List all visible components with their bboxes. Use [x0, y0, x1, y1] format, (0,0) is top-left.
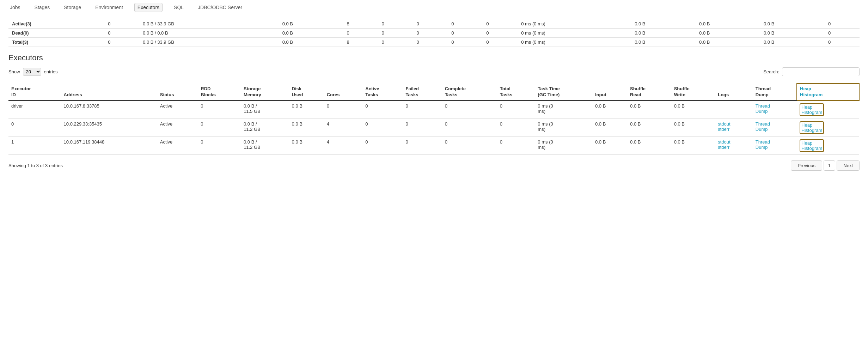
column-header: Logs: [715, 84, 753, 101]
table-cell: 0.0 B /11.2 GB: [241, 136, 289, 154]
table-cell: 0: [403, 101, 442, 119]
summary-row: Total(3)00.0 B / 33.9 GB0.0 B800000 ms (…: [8, 38, 860, 47]
thread-dump-link[interactable]: ThreadDump: [756, 103, 770, 114]
log-link[interactable]: stderr: [718, 145, 729, 150]
summary-cell: 0.0 B: [760, 29, 825, 38]
table-row: 110.0.167.119:38448Active00.0 B /11.2 GB…: [8, 136, 859, 154]
column-header: ShuffleWrite: [671, 84, 715, 101]
table-cell: 0.0 B: [592, 136, 627, 154]
nav-item-storage[interactable]: Storage: [61, 3, 84, 12]
table-cell: 10.0.167.8:33785: [61, 101, 157, 119]
summary-cell: Dead(0): [8, 29, 104, 38]
table-cell: 0: [198, 118, 241, 136]
nav-item-sql[interactable]: SQL: [171, 3, 187, 12]
previous-button[interactable]: Previous: [791, 160, 822, 171]
table-cell: 10.0.229.33:35435: [61, 118, 157, 136]
summary-cell: 0: [825, 29, 860, 38]
summary-cell: 0: [378, 29, 413, 38]
summary-table: Active(3)00.0 B / 33.9 GB0.0 B800000 ms …: [8, 19, 860, 47]
summary-cell: 0: [413, 19, 448, 29]
table-cell: stdoutstderr: [715, 136, 753, 154]
summary-cell: 0 ms (0 ms): [518, 38, 631, 47]
column-header: Address: [61, 84, 157, 101]
table-cell: 0.0 B: [289, 101, 324, 119]
section-title: Executors: [8, 53, 860, 62]
table-cell: 4: [324, 118, 363, 136]
column-header: FailedTasks: [403, 84, 442, 101]
table-cell: 0: [442, 101, 497, 119]
next-button[interactable]: Next: [837, 160, 860, 171]
summary-cell: 0.0 B: [631, 19, 696, 29]
table-cell: 0 ms (0ms): [535, 118, 592, 136]
table-cell: 0: [497, 118, 535, 136]
table-cell: 0.0 B /11.5 GB: [241, 101, 289, 119]
log-link[interactable]: stderr: [718, 127, 729, 132]
controls-row: Show 20 40 60 100 entries Search:: [8, 67, 860, 76]
search-label: Search:: [763, 69, 779, 74]
search-input[interactable]: [782, 67, 860, 76]
summary-cell: 8: [343, 19, 378, 29]
summary-cell: 0: [104, 29, 139, 38]
thread-dump-link[interactable]: ThreadDump: [756, 121, 770, 132]
nav-item-environment[interactable]: Environment: [92, 3, 126, 12]
summary-cell: 0: [413, 38, 448, 47]
table-cell: ThreadDump: [753, 118, 797, 136]
table-cell: 0: [403, 118, 442, 136]
heap-histogram-link[interactable]: HeapHistogram: [800, 139, 824, 152]
nav-item-jdbc-odbc-server[interactable]: JDBC/ODBC Server: [195, 3, 245, 12]
table-cell: stdoutstderr: [715, 118, 753, 136]
summary-cell: 8: [343, 38, 378, 47]
nav-item-stages[interactable]: Stages: [32, 3, 53, 12]
table-cell: 0.0 B /11.2 GB: [241, 118, 289, 136]
column-header: ThreadDump: [753, 84, 797, 101]
table-cell: 0: [362, 101, 403, 119]
summary-cell: 0: [483, 29, 518, 38]
summary-cell: 0: [448, 19, 483, 29]
entries-select[interactable]: 20 40 60 100: [23, 68, 41, 76]
table-cell: 0: [497, 101, 535, 119]
nav-item-jobs[interactable]: Jobs: [7, 3, 23, 12]
summary-cell: 0.0 B / 33.9 GB: [139, 38, 279, 47]
column-header: ExecutorID: [8, 84, 61, 101]
summary-cell: 0.0 B: [760, 19, 825, 29]
table-cell: 0 ms (0ms): [535, 136, 592, 154]
summary-cell: 0: [413, 29, 448, 38]
table-cell: 0.0 B: [627, 136, 671, 154]
show-entries: Show 20 40 60 100 entries: [8, 68, 58, 76]
table-cell: 0: [8, 118, 61, 136]
table-cell: Active: [157, 101, 198, 119]
table-cell: 1: [8, 136, 61, 154]
table-cell: 10.0.167.119:38448: [61, 136, 157, 154]
table-cell: 0: [497, 136, 535, 154]
table-cell: 0.0 B: [627, 101, 671, 119]
summary-row: Active(3)00.0 B / 33.9 GB0.0 B800000 ms …: [8, 19, 860, 29]
table-cell: 0.0 B: [627, 118, 671, 136]
thread-dump-link[interactable]: ThreadDump: [756, 139, 770, 150]
nav-item-executors[interactable]: Executors: [134, 3, 163, 12]
column-header: ShuffleRead: [627, 84, 671, 101]
table-cell: 0: [442, 136, 497, 154]
summary-cell: 0: [483, 19, 518, 29]
search-row: Search:: [763, 67, 860, 76]
heap-histogram-link[interactable]: HeapHistogram: [800, 121, 824, 134]
table-row: 010.0.229.33:35435Active00.0 B /11.2 GB0…: [8, 118, 859, 136]
pagination: Previous 1 Next: [791, 160, 860, 171]
summary-cell: 0 ms (0 ms): [518, 19, 631, 29]
entries-label: entries: [44, 69, 58, 74]
summary-cell: 0: [104, 19, 139, 29]
summary-cell: 0.0 B: [631, 38, 696, 47]
summary-cell: 0.0 B: [696, 38, 760, 47]
summary-cell: 0.0 B: [279, 29, 343, 38]
summary-cell: 0 ms (0 ms): [518, 29, 631, 38]
column-header: Cores: [324, 84, 363, 101]
log-link[interactable]: stdout: [718, 121, 730, 127]
table-row: driver10.0.167.8:33785Active00.0 B /11.5…: [8, 101, 859, 119]
table-cell: 0: [442, 118, 497, 136]
log-link[interactable]: stdout: [718, 139, 730, 145]
executors-table: ExecutorIDAddressStatusRDDBlocksStorageM…: [8, 83, 860, 155]
table-cell: HeapHistogram: [797, 136, 859, 154]
heap-histogram-link[interactable]: HeapHistogram: [800, 103, 824, 116]
summary-cell: 0: [825, 38, 860, 47]
summary-cell: 0.0 B: [279, 19, 343, 29]
summary-cell: 0.0 B / 33.9 GB: [139, 19, 279, 29]
